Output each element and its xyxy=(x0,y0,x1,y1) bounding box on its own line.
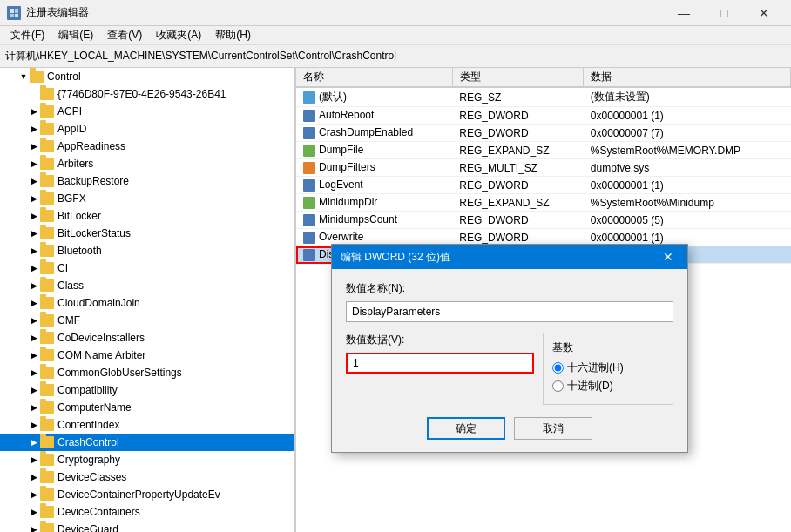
tree-arrow[interactable]: ▶ xyxy=(28,332,40,344)
maximize-button[interactable]: □ xyxy=(704,0,744,26)
table-row[interactable]: AutoRebootREG_DWORD0x00000001 (1) xyxy=(296,107,791,125)
tree-item[interactable]: ▶ Cryptography xyxy=(0,451,294,468)
tree-item[interactable]: ▶ CommonGlobUserSettings xyxy=(0,364,294,381)
tree-arrow[interactable]: ▶ xyxy=(28,454,40,466)
table-row[interactable]: (默认)REG_SZ(数值未设置) xyxy=(296,87,791,107)
hex-option[interactable]: 十六进制(H) xyxy=(552,360,664,375)
value-section: 数值数据(V): xyxy=(346,333,534,374)
folder-icon xyxy=(40,210,54,222)
tree-item[interactable]: ▶ BitLocker xyxy=(0,207,294,225)
tree-item-label: CI xyxy=(57,262,68,274)
tree-item[interactable]: ▶ Bluetooth xyxy=(0,242,294,259)
tree-arrow[interactable]: ▶ xyxy=(28,140,40,152)
tree-item[interactable]: ▶ BackupRestore xyxy=(0,172,294,190)
hex-radio[interactable] xyxy=(552,362,564,374)
tree-arrow[interactable]: ▶ xyxy=(28,436,40,448)
tree-item[interactable]: ▶ AppID xyxy=(0,120,294,138)
minimize-button[interactable]: — xyxy=(664,0,704,26)
menu-item[interactable]: 帮助(H) xyxy=(208,26,258,44)
registry-table: 名称 类型 数据 (默认)REG_SZ(数值未设置)AutoRebootREG_… xyxy=(296,68,791,264)
tree-arrow[interactable]: ▶ xyxy=(28,488,40,501)
hex-label: 十六进制(H) xyxy=(567,360,624,375)
tree-item[interactable]: ▶ BitLockerStatus xyxy=(0,225,294,242)
tree-item[interactable]: ▶ BGFX xyxy=(0,190,294,207)
tree-item[interactable]: ▶ DeviceClasses xyxy=(0,468,294,486)
tree-arrow[interactable]: ▶ xyxy=(28,349,40,361)
value-input[interactable] xyxy=(346,353,534,374)
tree-item[interactable]: ▶ CrashControl xyxy=(0,434,294,451)
decimal-radio[interactable] xyxy=(552,380,564,392)
tree-arrow[interactable]: ▶ xyxy=(28,192,40,205)
folder-icon xyxy=(40,227,54,239)
table-row[interactable]: LogEventREG_DWORD0x00000001 (1) xyxy=(296,177,791,194)
tree-item-label: ContentIndex xyxy=(57,419,119,431)
table-row[interactable]: MinidumpsCountREG_DWORD0x00000005 (5) xyxy=(296,212,791,229)
table-row[interactable]: CrashDumpEnabledREG_DWORD0x00000007 (7) xyxy=(296,125,791,142)
decimal-option[interactable]: 十进制(D) xyxy=(552,379,664,394)
table-row[interactable]: MinidumpDirREG_EXPAND_SZ%SystemRoot%\Min… xyxy=(296,194,791,212)
tree-item[interactable]: ▶ Class xyxy=(0,277,294,294)
tree-arrow[interactable]: ▶ xyxy=(28,175,40,187)
tree-arrow[interactable]: ▶ xyxy=(28,262,40,274)
tree-item[interactable]: ▶ ContentIndex xyxy=(0,416,294,434)
folder-icon xyxy=(40,419,54,431)
tree-arrow[interactable]: ▶ xyxy=(28,384,40,396)
window-controls: — □ ✕ xyxy=(664,0,784,26)
folder-icon xyxy=(40,123,54,135)
ok-button[interactable]: 确定 xyxy=(427,417,505,440)
reg-type: REG_SZ xyxy=(452,87,583,107)
folder-icon xyxy=(40,140,54,152)
app-icon xyxy=(7,6,21,20)
tree-item[interactable]: ▶ CloudDomainJoin xyxy=(0,294,294,312)
tree-arrow[interactable]: ▶ xyxy=(28,471,40,483)
tree-arrow[interactable]: ▶ xyxy=(28,227,40,239)
folder-icon xyxy=(40,105,54,118)
tree-item-label: AppID xyxy=(57,123,86,135)
cancel-button[interactable]: 取消 xyxy=(514,417,592,440)
menu-item[interactable]: 编辑(E) xyxy=(51,26,100,44)
tree-arrow[interactable]: ▶ xyxy=(28,123,40,135)
tree-item[interactable]: ▶ AppReadiness xyxy=(0,138,294,155)
tree-arrow[interactable]: ▶ xyxy=(28,401,40,414)
tree-item[interactable]: ▶ DeviceGuard xyxy=(0,521,294,532)
tree-item[interactable]: ▶ ComputerName xyxy=(0,399,294,416)
tree-arrow[interactable]: ▶ xyxy=(28,523,40,532)
tree-item[interactable]: {7746D80F-97E0-4E26-9543-26B41 xyxy=(0,85,294,103)
tree-item[interactable]: ▶ ACPI xyxy=(0,103,294,120)
tree-arrow[interactable]: ▶ xyxy=(28,245,40,257)
menu-item[interactable]: 收藏夹(A) xyxy=(149,26,208,44)
tree-root[interactable]: ▼ Control xyxy=(0,68,294,85)
tree-item[interactable]: ▶ DeviceContainerPropertyUpdateEv xyxy=(0,486,294,503)
tree-item[interactable]: ▶ DeviceContainers xyxy=(0,503,294,521)
tree-arrow[interactable]: ▶ xyxy=(28,105,40,118)
tree-item[interactable]: ▶ Compatibility xyxy=(0,381,294,399)
table-row[interactable]: DumpFiltersREG_MULTI_SZdumpfve.sys xyxy=(296,159,791,177)
table-row[interactable]: DumpFileREG_EXPAND_SZ%SystemRoot%\MEMORY… xyxy=(296,142,791,159)
tree-item-label: BackupRestore xyxy=(57,175,129,187)
tree-arrow[interactable]: ▶ xyxy=(28,279,40,292)
tree-arrow[interactable]: ▶ xyxy=(28,419,40,431)
folder-icon xyxy=(40,245,54,257)
tree-arrow[interactable]: ▶ xyxy=(28,314,40,327)
reg-type: REG_DWORD xyxy=(452,212,583,229)
folder-icon xyxy=(40,367,54,379)
edit-dword-dialog: 编辑 DWORD (32 位)值 ✕ 数值名称(N): 数值数据(V): 基数 … xyxy=(331,244,688,453)
tree-item[interactable]: ▶ CoDeviceInstallers xyxy=(0,329,294,347)
tree-arrow[interactable]: ▶ xyxy=(28,297,40,309)
tree-item[interactable]: ▶ COM Name Arbiter xyxy=(0,347,294,364)
menu-item[interactable]: 文件(F) xyxy=(3,26,51,44)
tree-item-label: BGFX xyxy=(57,192,86,205)
tree-item-label: Bluetooth xyxy=(57,245,102,257)
tree-arrow[interactable]: ▶ xyxy=(28,158,40,170)
tree-item[interactable]: ▶ CMF xyxy=(0,312,294,329)
menu-item[interactable]: 查看(V) xyxy=(100,26,149,44)
tree-arrow[interactable]: ▶ xyxy=(28,367,40,379)
dialog-close-button[interactable]: ✕ xyxy=(658,246,679,267)
tree-item[interactable]: ▶ Arbiters xyxy=(0,155,294,172)
tree-arrow[interactable]: ▼ xyxy=(17,71,30,83)
tree-arrow[interactable]: ▶ xyxy=(28,210,40,222)
tree-item[interactable]: ▶ CI xyxy=(0,259,294,277)
tree-arrow[interactable]: ▶ xyxy=(28,506,40,518)
name-input[interactable] xyxy=(346,301,673,322)
close-button[interactable]: ✕ xyxy=(744,0,784,26)
